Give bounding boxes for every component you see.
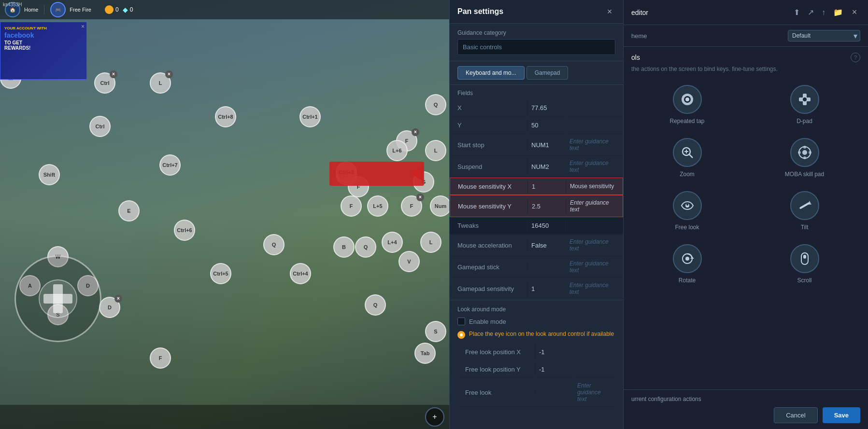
field-guidance-suspend[interactable]: Enter guidance text bbox=[566, 156, 623, 177]
field-name-freelook-v: Free look bbox=[457, 385, 535, 400]
key-circle-tab-40[interactable]: Tab bbox=[414, 343, 436, 364]
game-tab-icon[interactable]: 🎮 bbox=[50, 2, 66, 17]
tool-d-pad[interactable]: D-pad bbox=[749, 81, 860, 128]
guidance-category-input[interactable] bbox=[457, 39, 615, 55]
key-circle-l-4[interactable]: L bbox=[150, 72, 171, 94]
tool-zoom[interactable]: Zoom bbox=[631, 134, 743, 181]
key-circle-f-19[interactable]: F bbox=[401, 195, 422, 217]
tab-gamepad[interactable]: Gamepad bbox=[526, 66, 569, 80]
key-circle-e-17[interactable]: E bbox=[118, 200, 140, 221]
key-circle-num-21[interactable]: Num bbox=[430, 195, 449, 217]
field-row-freelook-v: Free look Enter guidance text bbox=[457, 378, 615, 407]
moba-icon-wrap bbox=[790, 138, 819, 167]
field-guidance-mouse-sensitivity-y[interactable]: Enter guidance text bbox=[566, 195, 623, 217]
scroll-label: Scroll bbox=[797, 277, 811, 284]
zoom-icon-wrap bbox=[673, 138, 702, 167]
enable-mode-label: Enable mode bbox=[469, 318, 506, 325]
tool-rotate[interactable]: Rotate bbox=[631, 240, 743, 288]
joystick[interactable] bbox=[14, 255, 101, 342]
key-circle-l-4-24[interactable]: L+4 bbox=[382, 232, 403, 253]
key-circle-q-37[interactable]: Q bbox=[365, 294, 386, 316]
editor-title: editor bbox=[631, 9, 648, 16]
field-value-freelook-x: -1 bbox=[535, 345, 573, 360]
editor-close-btn[interactable]: × bbox=[849, 7, 860, 18]
key-circle-f-39[interactable]: F bbox=[150, 347, 171, 369]
rotate-label: Rotate bbox=[679, 277, 696, 284]
key-circle-d-36[interactable]: D bbox=[99, 297, 120, 318]
key-circle-b-23[interactable]: B bbox=[333, 236, 355, 258]
tool-moba-skill-pad[interactable]: MOBA skill pad bbox=[749, 134, 860, 181]
key-circle-ctrl-3[interactable]: Ctrl bbox=[94, 72, 115, 94]
save-button[interactable]: Save bbox=[823, 407, 860, 423]
field-value-mouse-sensitivity-y: 2.5 bbox=[527, 199, 566, 214]
plus-btn[interactable]: + bbox=[425, 407, 444, 427]
key-circle-ctrl-1-7[interactable]: Ctrl+1 bbox=[299, 106, 321, 127]
free-look-label: Free look bbox=[675, 224, 699, 231]
pan-settings-close-btn[interactable]: × bbox=[604, 6, 615, 17]
radio-text: Place the eye icon on the look around co… bbox=[469, 330, 614, 338]
field-guidance-mouse-sensitivity-x[interactable]: Mouse sensitivity bbox=[566, 179, 623, 194]
field-guidance-start-stop[interactable]: Enter guidance text bbox=[566, 134, 623, 155]
key-circle-ctrl-5-29[interactable]: Ctrl+5 bbox=[210, 263, 231, 284]
field-guidance-freelook-v[interactable]: Enter guidance text bbox=[573, 378, 615, 406]
key-circle-f-18[interactable]: F bbox=[341, 195, 362, 217]
key-circle-shift-9[interactable]: Shift bbox=[39, 164, 60, 185]
key-circle-ctrl-6-27[interactable]: Ctrl+6 bbox=[174, 220, 195, 241]
upload-icon[interactable]: ⬆ bbox=[792, 6, 802, 19]
tool-repeated-tap[interactable]: Repeated tap bbox=[631, 81, 743, 128]
field-guidance-mouse-acceleration[interactable]: Enter guidance text bbox=[566, 235, 623, 256]
free-look-icon bbox=[680, 198, 695, 213]
coin-display: 0 bbox=[105, 5, 119, 14]
key-circle-q-22[interactable]: Q bbox=[355, 236, 376, 258]
field-value-mouse-acceleration: False bbox=[527, 238, 566, 253]
tilt-icon bbox=[797, 198, 812, 213]
field-row-tweaks: Tweaks 16450 bbox=[450, 217, 623, 235]
cancel-button[interactable]: Cancel bbox=[774, 407, 817, 423]
ad-facebook-text: facebook bbox=[4, 31, 83, 39]
tool-free-look[interactable]: Free look bbox=[631, 187, 743, 235]
key-circle-s-38[interactable]: S bbox=[425, 321, 446, 342]
field-name-start-stop: Start stop bbox=[450, 138, 527, 152]
tools-grid: Repeated tap D-pad bbox=[631, 81, 860, 288]
key-circle-q-5[interactable]: Q bbox=[425, 94, 446, 115]
tab-keyboard[interactable]: Keyboard and mo... bbox=[457, 66, 525, 80]
key-circle-l-6-15[interactable]: L+6 bbox=[386, 140, 408, 161]
key-circle-v-26[interactable]: V bbox=[398, 251, 420, 272]
tool-tilt[interactable]: Tilt bbox=[749, 187, 860, 235]
ad-close-btn[interactable]: × bbox=[81, 23, 85, 30]
field-value-gamepad-stick bbox=[527, 263, 566, 271]
key-circle-l-25[interactable]: L bbox=[420, 232, 441, 253]
key-circle-l-16[interactable]: L bbox=[425, 140, 446, 161]
key-circle-q-28[interactable]: Q bbox=[263, 234, 285, 255]
enable-mode-checkbox[interactable] bbox=[457, 318, 465, 325]
free-look-icon-wrap bbox=[673, 191, 702, 220]
key-circle-ctrl-8-6[interactable]: Ctrl+8 bbox=[215, 106, 236, 127]
tool-scroll[interactable]: Scroll bbox=[749, 240, 860, 288]
radio-btn[interactable] bbox=[457, 331, 465, 339]
diamond-display: ◆ 0 bbox=[123, 6, 133, 14]
field-value-suspend: NUM2 bbox=[527, 159, 566, 174]
key-circle-ctrl-7-11[interactable]: Ctrl+7 bbox=[159, 154, 181, 176]
ad-text-line1: YOUR ACCOUNT WITH bbox=[4, 26, 83, 30]
field-name-gamepad-sensitivity: Gamepad sensitivity bbox=[450, 281, 527, 296]
joystick-inner bbox=[39, 279, 77, 318]
folder-icon[interactable]: 📁 bbox=[831, 6, 845, 19]
diamond-icon: ◆ bbox=[123, 6, 128, 14]
key-circle-ctrl-8[interactable]: Ctrl bbox=[89, 116, 111, 137]
field-guidance-x bbox=[566, 104, 623, 112]
export-icon[interactable]: ↗ bbox=[806, 6, 816, 19]
tools-header: ols ? bbox=[631, 53, 860, 62]
field-guidance-gamepad-stick[interactable]: Enter guidance text bbox=[566, 256, 623, 277]
svg-point-16 bbox=[809, 151, 811, 154]
field-row-freelook-y: Free look position Y -1 bbox=[457, 361, 615, 378]
field-name-suspend: Suspend bbox=[450, 159, 527, 174]
look-around-title: Look around mode bbox=[457, 306, 615, 313]
theme-select[interactable]: Default bbox=[788, 30, 860, 42]
key-circle-l-5-20[interactable]: L+5 bbox=[367, 195, 388, 217]
help-icon[interactable]: ? bbox=[851, 53, 860, 62]
editor-panel: editor ⬆ ↗ ↑ 📁 × heme Default ▾ ols ? th… bbox=[623, 0, 868, 429]
field-guidance-gamepad-sensitivity[interactable]: Enter guidance text bbox=[566, 278, 623, 299]
field-value-y: 50 bbox=[527, 118, 566, 133]
key-circle-ctrl-4-30[interactable]: Ctrl+4 bbox=[290, 263, 311, 284]
share-icon[interactable]: ↑ bbox=[820, 6, 827, 19]
